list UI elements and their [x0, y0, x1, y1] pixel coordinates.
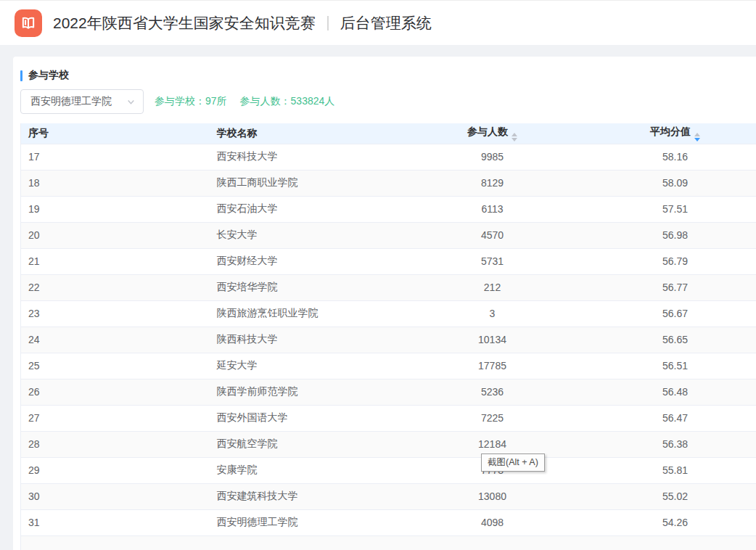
content-card: 参与学校 西安明德理工学院 参与学校：97所 参与人数：533824人 序号 学…	[13, 57, 756, 550]
cell-participants: 7225	[391, 405, 594, 431]
app-title-sub: 后台管理系统	[340, 13, 432, 33]
stat-school-count-value: 97所	[205, 95, 227, 107]
column-header-index-label: 序号	[28, 127, 49, 139]
cell-participants: 8129	[391, 170, 594, 196]
sort-caret-down-icon[interactable]	[694, 138, 700, 141]
cell-index: 17	[21, 144, 210, 170]
cell-avg-score: 56.51	[594, 353, 756, 379]
cell-avg-score: 58.16	[594, 144, 756, 170]
stat-participant-count: 参与人数：533824人	[240, 95, 335, 108]
section-title: 参与学校	[20, 70, 756, 81]
cell-participants: 6113	[391, 196, 594, 222]
sort-caret-up-icon[interactable]	[511, 133, 517, 136]
table-row[interactable]: 25 延安大学 17785 56.51	[21, 353, 756, 379]
table-row-partial	[21, 535, 756, 550]
cell-school-name: 陕西旅游烹饪职业学院	[210, 300, 391, 327]
table-row[interactable]: 24 陕西科技大学 10134 56.65	[21, 327, 756, 353]
cell-participants: 5236	[391, 379, 594, 405]
page-title: 2022年陕西省大学生国家安全知识竞赛 后台管理系统	[53, 13, 432, 33]
cell-participants: 5731	[391, 248, 594, 274]
cell-school-name: 西安明德理工学院	[210, 509, 391, 535]
stat-school-count: 参与学校：97所	[155, 95, 227, 108]
cell-participants: 4098	[391, 509, 594, 535]
cell-avg-score: 56.48	[594, 379, 756, 405]
app-title-main: 2022年陕西省大学生国家安全知识竞赛	[53, 13, 316, 33]
section-title-accent-bar	[20, 70, 22, 81]
title-divider	[327, 16, 329, 30]
column-header-school: 学校名称	[210, 123, 391, 144]
cell-avg-score: 56.79	[594, 248, 756, 274]
sort-carets[interactable]	[694, 133, 700, 141]
open-book-icon	[19, 14, 38, 33]
cell-index: 29	[21, 457, 210, 483]
cell-avg-score: 56.38	[594, 431, 756, 457]
cell-school-name: 西安科技大学	[210, 144, 391, 170]
table-row[interactable]: 18 陕西工商职业学院 8129 58.09	[21, 170, 756, 196]
cell-participants: 4570	[391, 222, 594, 248]
table-row[interactable]: 20 长安大学 4570 56.98	[21, 222, 756, 248]
schools-table: 序号 学校名称 参与人数 平均分值 17 西安科技大学 9985 58.16 1…	[20, 123, 756, 550]
table-row[interactable]: 22 西安培华学院 212 56.77	[21, 274, 756, 300]
cell-participants: 17785	[391, 353, 594, 379]
cell-index: 26	[21, 379, 210, 405]
cell-avg-score: 55.81	[594, 457, 756, 483]
schools-table-header: 序号 学校名称 参与人数 平均分值	[21, 123, 756, 144]
table-row[interactable]: 23 陕西旅游烹饪职业学院 3 56.67	[21, 300, 756, 327]
cell-school-name: 西安财经大学	[210, 248, 391, 274]
table-row[interactable]: 28 西安航空学院 12184 56.38	[21, 431, 756, 457]
table-row[interactable]: 30 西安建筑科技大学 13080 55.02	[21, 483, 756, 509]
table-row[interactable]: 19 西安石油大学 6113 57.51	[21, 196, 756, 222]
section-title-text: 参与学校	[28, 69, 69, 82]
cell-participants: 13080	[391, 483, 594, 509]
cell-avg-score: 58.09	[594, 170, 756, 196]
cell-index: 30	[21, 483, 210, 509]
cell-avg-score: 56.98	[594, 222, 756, 248]
cell-index: 20	[21, 222, 210, 248]
cell-index: 25	[21, 353, 210, 379]
stat-school-count-label: 参与学校：	[155, 95, 205, 107]
sort-caret-down-icon[interactable]	[511, 138, 517, 141]
column-header-avg-score[interactable]: 平均分值	[594, 123, 756, 144]
cell-index: 18	[21, 170, 210, 196]
cell-school-name: 西安石油大学	[210, 196, 391, 222]
filter-row: 西安明德理工学院 参与学校：97所 参与人数：533824人	[20, 89, 756, 114]
column-header-avg-score-label: 平均分值	[650, 126, 691, 137]
cell-participants: 10134	[391, 327, 594, 353]
table-row[interactable]: 26 陕西学前师范学院 5236 56.48	[21, 379, 756, 405]
schools-table-body: 17 西安科技大学 9985 58.16 18 陕西工商职业学院 8129 58…	[21, 144, 756, 550]
cell-school-name: 西安培华学院	[210, 274, 391, 300]
cell-school-name: 安康学院	[210, 457, 391, 483]
sort-carets[interactable]	[511, 133, 517, 141]
column-header-participants[interactable]: 参与人数	[391, 123, 594, 144]
cell-avg-score: 56.77	[594, 274, 756, 300]
table-row[interactable]: 31 西安明德理工学院 4098 54.26	[21, 509, 756, 535]
cell-avg-score: 56.47	[594, 405, 756, 431]
column-header-index: 序号	[21, 123, 210, 144]
stat-participant-count-label: 参与人数：	[240, 95, 291, 107]
cell-school-name: 西安外国语大学	[210, 405, 391, 431]
column-header-participants-label: 参与人数	[467, 126, 508, 137]
screenshot-tooltip: 截图(Alt + A)	[481, 453, 545, 472]
cell-school-name: 陕西学前师范学院	[210, 379, 391, 405]
app-header: 2022年陕西省大学生国家安全知识竞赛 后台管理系统	[0, 0, 756, 45]
cell-index: 23	[21, 300, 210, 327]
table-row[interactable]: 21 西安财经大学 5731 56.79	[21, 248, 756, 274]
summary-stats: 参与学校：97所 参与人数：533824人	[155, 95, 334, 108]
school-select[interactable]: 西安明德理工学院	[20, 89, 144, 114]
sort-caret-up-icon[interactable]	[694, 133, 700, 136]
cell-participants: 3	[391, 300, 594, 327]
table-row[interactable]: 27 西安外国语大学 7225 56.47	[21, 405, 756, 431]
cell-participants: 212	[391, 274, 594, 300]
stat-participant-count-value: 533824人	[291, 95, 335, 107]
table-row[interactable]: 17 西安科技大学 9985 58.16	[21, 144, 756, 170]
cell-avg-score: 56.67	[594, 300, 756, 327]
cell-index: 24	[21, 327, 210, 353]
cell-index: 31	[21, 509, 210, 535]
cell-index: 28	[21, 431, 210, 457]
chevron-down-icon	[126, 97, 136, 107]
cell-avg-score: 57.51	[594, 196, 756, 222]
table-row[interactable]: 29 安康学院 7778 55.81	[21, 457, 756, 483]
cell-index: 21	[21, 248, 210, 274]
column-header-school-label: 学校名称	[217, 127, 258, 139]
cell-avg-score: 56.65	[594, 327, 756, 353]
